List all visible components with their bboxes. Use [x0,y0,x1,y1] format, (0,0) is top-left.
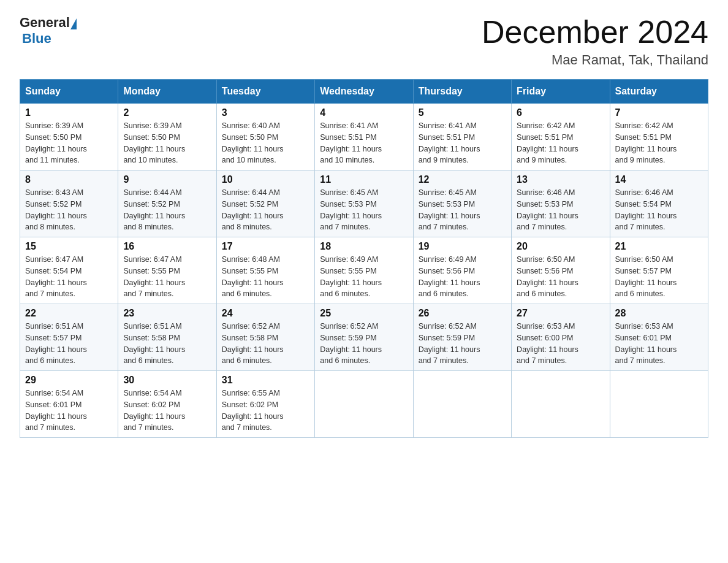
day-number: 27 [517,308,604,319]
day-info: Sunrise: 6:39 AMSunset: 5:50 PMDaylight:… [123,120,211,166]
day-header-saturday: Saturday [610,80,708,104]
calendar-cell: 13Sunrise: 6:46 AMSunset: 5:53 PMDayligh… [512,170,610,237]
calendar-cell: 16Sunrise: 6:47 AMSunset: 5:55 PMDayligh… [118,237,216,304]
day-info: Sunrise: 6:41 AMSunset: 5:51 PMDaylight:… [320,120,408,166]
day-info: Sunrise: 6:49 AMSunset: 5:55 PMDaylight:… [320,254,408,300]
calendar-cell: 31Sunrise: 6:55 AMSunset: 6:02 PMDayligh… [216,371,314,438]
day-info: Sunrise: 6:53 AMSunset: 6:01 PMDaylight:… [615,321,703,367]
calendar-cell: 28Sunrise: 6:53 AMSunset: 6:01 PMDayligh… [610,304,708,371]
day-header-wednesday: Wednesday [315,80,413,104]
calendar-cell: 17Sunrise: 6:48 AMSunset: 5:55 PMDayligh… [216,237,314,304]
calendar-cell: 9Sunrise: 6:44 AMSunset: 5:52 PMDaylight… [118,170,216,237]
day-number: 11 [320,174,408,185]
day-info: Sunrise: 6:42 AMSunset: 5:51 PMDaylight:… [517,120,604,166]
day-number: 15 [25,241,113,252]
calendar-table: SundayMondayTuesdayWednesdayThursdayFrid… [20,79,708,438]
calendar-week-4: 22Sunrise: 6:51 AMSunset: 5:57 PMDayligh… [20,304,708,371]
day-number: 30 [123,375,211,386]
day-number: 26 [419,308,506,319]
day-info: Sunrise: 6:51 AMSunset: 5:58 PMDaylight:… [123,321,211,367]
day-header-friday: Friday [512,80,610,104]
calendar-cell: 22Sunrise: 6:51 AMSunset: 5:57 PMDayligh… [20,304,118,371]
day-number: 20 [517,241,604,252]
calendar-cell: 23Sunrise: 6:51 AMSunset: 5:58 PMDayligh… [118,304,216,371]
calendar-cell: 4Sunrise: 6:41 AMSunset: 5:51 PMDaylight… [315,104,413,170]
calendar-cell [512,371,610,438]
day-info: Sunrise: 6:52 AMSunset: 5:59 PMDaylight:… [320,321,408,367]
calendar-title: December 2024 [482,15,708,50]
day-number: 7 [615,107,703,118]
day-info: Sunrise: 6:41 AMSunset: 5:51 PMDaylight:… [419,120,506,166]
calendar-cell: 14Sunrise: 6:46 AMSunset: 5:54 PMDayligh… [610,170,708,237]
day-number: 31 [222,375,309,386]
day-header-sunday: Sunday [20,80,118,104]
day-info: Sunrise: 6:54 AMSunset: 6:02 PMDaylight:… [123,388,211,434]
calendar-cell: 12Sunrise: 6:45 AMSunset: 5:53 PMDayligh… [413,170,511,237]
header-row: SundayMondayTuesdayWednesdayThursdayFrid… [20,80,708,104]
day-number: 9 [123,174,211,185]
day-info: Sunrise: 6:44 AMSunset: 5:52 PMDaylight:… [222,187,309,233]
day-number: 3 [222,107,309,118]
day-info: Sunrise: 6:40 AMSunset: 5:50 PMDaylight:… [222,120,309,166]
calendar-cell: 10Sunrise: 6:44 AMSunset: 5:52 PMDayligh… [216,170,314,237]
calendar-cell: 25Sunrise: 6:52 AMSunset: 5:59 PMDayligh… [315,304,413,371]
calendar-header: SundayMondayTuesdayWednesdayThursdayFrid… [20,80,708,104]
day-number: 8 [25,174,113,185]
calendar-cell: 18Sunrise: 6:49 AMSunset: 5:55 PMDayligh… [315,237,413,304]
day-number: 29 [25,375,113,386]
day-info: Sunrise: 6:46 AMSunset: 5:54 PMDaylight:… [615,187,703,233]
day-number: 12 [419,174,506,185]
title-block: December 2024 Mae Ramat, Tak, Thailand [482,15,708,68]
day-number: 4 [320,107,408,118]
day-number: 1 [25,107,113,118]
day-number: 24 [222,308,309,319]
day-info: Sunrise: 6:44 AMSunset: 5:52 PMDaylight:… [123,187,211,233]
calendar-week-1: 1Sunrise: 6:39 AMSunset: 5:50 PMDaylight… [20,104,708,170]
logo: General Blue [20,15,77,47]
day-number: 10 [222,174,309,185]
calendar-cell: 1Sunrise: 6:39 AMSunset: 5:50 PMDaylight… [20,104,118,170]
day-info: Sunrise: 6:47 AMSunset: 5:54 PMDaylight:… [25,254,113,300]
calendar-body: 1Sunrise: 6:39 AMSunset: 5:50 PMDaylight… [20,104,708,438]
day-number: 22 [25,308,113,319]
day-number: 19 [419,241,506,252]
day-number: 28 [615,308,703,319]
calendar-cell: 30Sunrise: 6:54 AMSunset: 6:02 PMDayligh… [118,371,216,438]
calendar-cell: 24Sunrise: 6:52 AMSunset: 5:58 PMDayligh… [216,304,314,371]
day-info: Sunrise: 6:53 AMSunset: 6:00 PMDaylight:… [517,321,604,367]
day-number: 13 [517,174,604,185]
day-info: Sunrise: 6:52 AMSunset: 5:58 PMDaylight:… [222,321,309,367]
day-info: Sunrise: 6:45 AMSunset: 5:53 PMDaylight:… [419,187,506,233]
day-info: Sunrise: 6:55 AMSunset: 6:02 PMDaylight:… [222,388,309,434]
calendar-cell: 11Sunrise: 6:45 AMSunset: 5:53 PMDayligh… [315,170,413,237]
logo-general-text: General [20,15,70,31]
calendar-subtitle: Mae Ramat, Tak, Thailand [482,52,708,68]
day-number: 6 [517,107,604,118]
day-header-thursday: Thursday [413,80,511,104]
calendar-cell: 27Sunrise: 6:53 AMSunset: 6:00 PMDayligh… [512,304,610,371]
day-info: Sunrise: 6:48 AMSunset: 5:55 PMDaylight:… [222,254,309,300]
calendar-cell [610,371,708,438]
day-info: Sunrise: 6:50 AMSunset: 5:56 PMDaylight:… [517,254,604,300]
day-info: Sunrise: 6:51 AMSunset: 5:57 PMDaylight:… [25,321,113,367]
logo-text: General [20,15,77,31]
day-number: 14 [615,174,703,185]
day-info: Sunrise: 6:46 AMSunset: 5:53 PMDaylight:… [517,187,604,233]
calendar-cell: 20Sunrise: 6:50 AMSunset: 5:56 PMDayligh… [512,237,610,304]
day-info: Sunrise: 6:49 AMSunset: 5:56 PMDaylight:… [419,254,506,300]
day-number: 25 [320,308,408,319]
calendar-cell: 19Sunrise: 6:49 AMSunset: 5:56 PMDayligh… [413,237,511,304]
calendar-cell: 2Sunrise: 6:39 AMSunset: 5:50 PMDaylight… [118,104,216,170]
calendar-week-3: 15Sunrise: 6:47 AMSunset: 5:54 PMDayligh… [20,237,708,304]
day-number: 5 [419,107,506,118]
day-header-monday: Monday [118,80,216,104]
calendar-cell [413,371,511,438]
day-info: Sunrise: 6:47 AMSunset: 5:55 PMDaylight:… [123,254,211,300]
day-info: Sunrise: 6:43 AMSunset: 5:52 PMDaylight:… [25,187,113,233]
day-number: 21 [615,241,703,252]
day-number: 2 [123,107,211,118]
logo-blue-text: Blue [22,31,51,46]
day-number: 16 [123,241,211,252]
day-info: Sunrise: 6:50 AMSunset: 5:57 PMDaylight:… [615,254,703,300]
calendar-week-2: 8Sunrise: 6:43 AMSunset: 5:52 PMDaylight… [20,170,708,237]
